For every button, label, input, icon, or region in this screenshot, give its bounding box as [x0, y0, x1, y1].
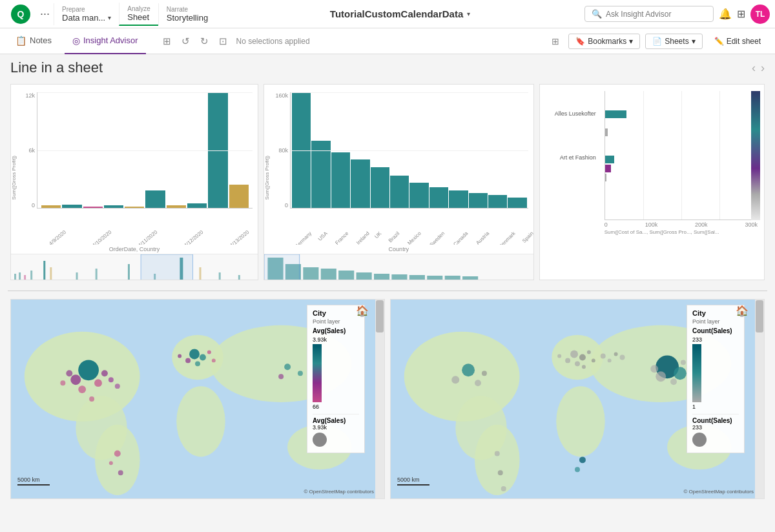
more-options-icon[interactable]: ··· [36, 7, 54, 21]
svg-rect-21 [303, 267, 318, 280]
app-title-chevron-icon[interactable]: ▾ [467, 10, 470, 17]
bar2-uk [371, 167, 389, 208]
svg-point-56 [115, 384, 120, 389]
insight-advisor-search[interactable]: 🔍 [584, 6, 714, 22]
prepare-nav[interactable]: Prepare Data man... ▾ [54, 3, 119, 25]
map1-scale: 5000 km [17, 476, 50, 486]
insight-advisor-label: Insight Advisor [83, 36, 138, 45]
redo-icon[interactable]: ↻ [196, 33, 212, 50]
view-toggle: ⊞ [548, 34, 563, 49]
snapshot-icon[interactable]: ⊡ [215, 33, 231, 50]
map2-home-icon[interactable]: 🏠 [736, 305, 749, 317]
map1-legend-bottom-value: 3.93k [313, 424, 359, 431]
narrate-nav[interactable]: Narrate Storytelling [158, 3, 216, 25]
bar-8 [187, 203, 207, 208]
bar2-es [508, 198, 526, 208]
bar-5 [125, 207, 144, 208]
avatar[interactable]: TL [750, 5, 770, 24]
bar2-mx [409, 183, 428, 208]
analyze-nav[interactable]: Analyze Sheet [119, 3, 158, 26]
next-page-icon[interactable]: › [761, 61, 765, 75]
svg-point-78 [582, 365, 586, 369]
svg-point-97 [579, 456, 586, 463]
svg-point-80 [608, 358, 612, 362]
x3-200k: 200k [695, 221, 708, 228]
map2-legend-field: Count(Sales) [692, 327, 739, 334]
y2-label-160k: 160k [275, 92, 288, 99]
bar2-dk [488, 195, 507, 208]
svg-point-58 [118, 470, 123, 475]
notes-tab[interactable]: 📋 Notes [8, 28, 59, 54]
tile-view-icon[interactable]: ⊞ [548, 34, 563, 49]
svg-point-42 [185, 358, 191, 363]
svg-point-43 [207, 350, 211, 354]
grid-view-icon[interactable]: ⊞ [159, 33, 175, 50]
map-card-2[interactable]: City Point layer Count(Sales) 233 1 Coun… [390, 299, 765, 499]
x3-300k: 300k [745, 221, 758, 228]
no-selections-text: No selections applied [236, 37, 310, 46]
svg-rect-10 [96, 269, 98, 280]
map-card-1[interactable]: City Point layer Avg(Sales) 3.93k 66 Avg… [10, 299, 385, 499]
edit-sheet-label: Edit sheet [727, 37, 761, 46]
undo-icon[interactable]: ↺ [178, 33, 194, 50]
chart-card-1[interactable]: 12k 6k 0 [10, 84, 258, 280]
prepare-chevron-icon: ▾ [108, 14, 111, 21]
svg-point-76 [557, 354, 561, 358]
narrate-sub: Storytelling [167, 13, 208, 23]
map1-home-icon[interactable]: 🏠 [356, 305, 369, 317]
y-label-0: 0 [32, 202, 35, 209]
x-country-se: Sweden [429, 230, 451, 245]
grid-icon[interactable]: ⊞ [737, 8, 745, 20]
svg-point-35 [95, 425, 140, 495]
map1-credit: © OpenStreetMap contributors [304, 489, 374, 495]
x-country-de: Germany [294, 230, 318, 245]
svg-point-59 [109, 461, 113, 465]
svg-rect-22 [321, 269, 336, 280]
svg-point-88 [670, 378, 677, 385]
svg-rect-8 [50, 267, 52, 280]
map1-legend-field: Avg(Sales) [313, 327, 359, 334]
svg-point-60 [284, 363, 291, 370]
svg-point-86 [650, 365, 658, 373]
map1-legend-min: 66 [313, 404, 359, 410]
svg-point-81 [614, 352, 618, 356]
map2-scrollbar[interactable] [755, 300, 764, 498]
svg-point-79 [601, 353, 606, 358]
sheet-toolbar: 📋 Notes ◎ Insight Advisor ⊞ ↺ ↻ ⊡ No sel… [0, 28, 775, 54]
edit-sheet-button[interactable]: ✏️ Edit sheet [708, 34, 767, 48]
svg-point-52 [108, 377, 114, 382]
x-country-br: Brazil [388, 230, 406, 245]
analyze-label: Analyze [127, 5, 150, 12]
chart-card-2[interactable]: 160k 80k 0 [264, 84, 534, 280]
svg-rect-23 [338, 271, 354, 280]
svg-point-61 [298, 371, 303, 376]
sheets-button[interactable]: 📄 Sheets ▾ [645, 34, 702, 49]
map2-legend-bottom-label: Count(Sales) [692, 417, 739, 424]
svg-point-74 [587, 350, 591, 354]
bookmarks-button[interactable]: 🔖 Bookmarks ▾ [568, 34, 640, 49]
map1-legend-bottom-label: Avg(Sales) [313, 417, 359, 424]
prev-page-icon[interactable]: ‹ [752, 61, 756, 75]
narrate-label: Narrate [167, 6, 208, 13]
map1-scrollbar[interactable] [375, 300, 384, 498]
x-date-4: 4/12/2020 [183, 229, 209, 245]
edit-icon: ✏️ [714, 37, 724, 46]
maps-row: City Point layer Avg(Sales) 3.93k 66 Avg… [0, 294, 775, 504]
bar2-ca [449, 190, 468, 208]
x-country-mx: Mexico [407, 230, 428, 245]
chart-card-3[interactable]: Alles Lusekofter Art et Fashion 0 100k 2… [539, 84, 765, 280]
svg-rect-5 [24, 275, 26, 280]
svg-rect-9 [76, 272, 78, 280]
svg-rect-30 [462, 276, 478, 280]
app-logo[interactable]: Q [5, 4, 36, 25]
insight-advisor-tab[interactable]: ◎ Insight Advisor [65, 28, 146, 54]
bookmarks-label: Bookmarks [588, 37, 626, 46]
chart3-label-2: Art et Fashion [543, 154, 596, 161]
svg-rect-6 [30, 271, 32, 280]
search-input[interactable] [606, 10, 707, 19]
mini-chart-1 [11, 254, 258, 280]
notifications-icon[interactable]: 🔔 [719, 8, 732, 20]
svg-point-77 [592, 358, 595, 362]
y-axis-label-2: Sum([Gross Profit]) [264, 156, 270, 200]
map2-legend-max: 233 [692, 336, 739, 343]
